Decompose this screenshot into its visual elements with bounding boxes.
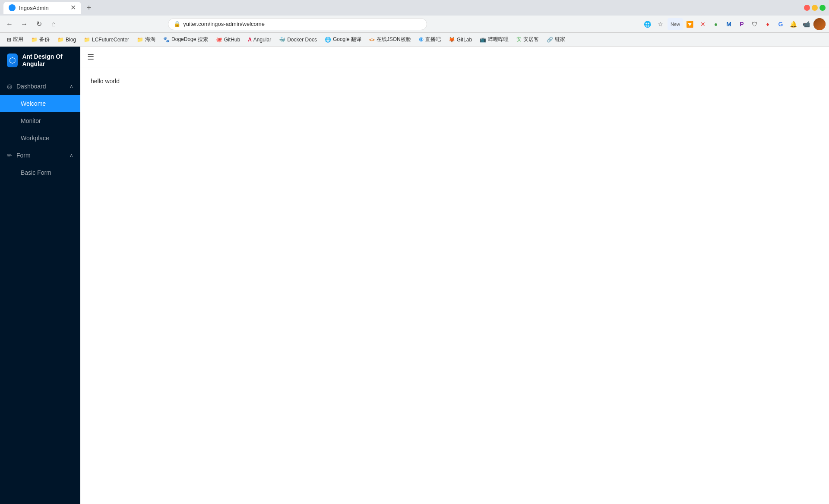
chevron-down-icon: ∧ xyxy=(70,152,73,158)
extension-shield-icon[interactable]: 🛡 xyxy=(749,18,761,30)
sidebar-logo: ⬡ xyxy=(7,54,18,67)
extension-new-icon[interactable]: New xyxy=(668,18,683,30)
sidebar-item-form[interactable]: ✏ Form ∧ xyxy=(0,147,80,164)
profile-image xyxy=(813,18,826,30)
extension-red-icon[interactable]: ♦ xyxy=(762,18,774,30)
github-icon: 🐙 xyxy=(216,37,222,43)
address-text: yuiter.com/ingos-admin/welcome xyxy=(183,21,421,27)
profile-avatar[interactable] xyxy=(813,18,826,30)
bookmark-gitlab[interactable]: 🦊 GitLab xyxy=(445,35,475,45)
gitlab-icon: 🦊 xyxy=(449,37,455,43)
logo-icon: ⬡ xyxy=(9,56,16,65)
app-name: Ant Design Of Angular xyxy=(22,53,73,68)
window-controls xyxy=(804,5,826,11)
lianjia-icon: 🔗 xyxy=(547,37,553,43)
bookmark-backup[interactable]: 📁 备份 xyxy=(28,35,53,45)
form-icon: ✏ xyxy=(7,152,12,159)
bookmark-haitao[interactable]: 📁 海淘 xyxy=(133,35,159,45)
sidebar-menu: ◎ Dashboard ∧ Welcome Monitor Workplace … xyxy=(0,74,80,504)
hamburger-icon[interactable]: ☰ xyxy=(87,52,94,62)
bookmark-google-translate[interactable]: 🌐 Google 翻译 xyxy=(321,35,365,45)
sidebar: ⬡ Ant Design Of Angular ◎ Dashboard ∧ We… xyxy=(0,47,80,504)
extension-bell-icon[interactable]: 🔔 xyxy=(788,18,800,30)
google-translate-icon: 🌐 xyxy=(325,37,331,43)
hello-text: hello world xyxy=(91,78,120,85)
tab-bar: IngosAdmin ✕ + xyxy=(0,0,829,16)
browser-chrome: IngosAdmin ✕ + ← → ↻ ⌂ 🔒 yuiter.com/ingo… xyxy=(0,0,829,504)
address-input[interactable]: 🔒 yuiter.com/ingos-admin/welcome xyxy=(168,18,427,30)
dogedoge-icon: 🐾 xyxy=(163,37,170,43)
extension-google-icon[interactable]: G xyxy=(775,18,787,30)
tab-favicon xyxy=(9,4,16,11)
bookmark-zhibo[interactable]: ⑧ 直播吧 xyxy=(415,35,444,45)
extension-x-icon[interactable]: ✕ xyxy=(697,18,709,30)
bookmark-github[interactable]: 🐙 GitHub xyxy=(212,35,244,45)
bookmark-json[interactable]: <> 在线JSON校验 xyxy=(366,35,414,45)
window-minimize-button[interactable] xyxy=(812,5,818,11)
docker-icon: 🐳 xyxy=(279,37,285,43)
tab-title: IngosAdmin xyxy=(19,5,67,11)
sidebar-item-dashboard[interactable]: ◎ Dashboard ∧ xyxy=(0,78,80,95)
bookmark-anjuke[interactable]: 安 安居客 xyxy=(513,35,542,45)
app-container: ⬡ Ant Design Of Angular ◎ Dashboard ∧ We… xyxy=(0,47,829,504)
dashboard-icon: ◎ xyxy=(7,83,12,90)
address-bar: ← → ↻ ⌂ 🔒 yuiter.com/ingos-admin/welcome… xyxy=(0,16,829,33)
bookmark-folder-icon-4: 📁 xyxy=(137,37,143,43)
sidebar-item-monitor[interactable]: Monitor xyxy=(0,112,80,129)
bookmark-folder-icon: 📁 xyxy=(31,37,38,43)
apps-icon: ⊞ xyxy=(7,37,11,43)
bookmark-docker[interactable]: 🐳 Docker Docs xyxy=(275,35,320,45)
bookmark-blog[interactable]: 📁 Blog xyxy=(54,35,79,45)
star-icon[interactable]: ☆ xyxy=(655,18,667,30)
bookmark-angular[interactable]: A Angular xyxy=(244,35,275,45)
browser-tab-active[interactable]: IngosAdmin ✕ xyxy=(3,2,81,14)
anjuke-icon: 安 xyxy=(516,36,522,43)
reload-button[interactable]: ↻ xyxy=(33,18,45,30)
chevron-up-icon: ∧ xyxy=(70,83,73,89)
angular-icon: A xyxy=(248,37,252,43)
home-button[interactable]: ⌂ xyxy=(47,18,60,30)
extension-m-icon[interactable]: M xyxy=(723,18,735,30)
sidebar-header: ⬡ Ant Design Of Angular xyxy=(0,47,80,74)
bookmark-lianjia[interactable]: 🔗 链家 xyxy=(543,35,569,45)
bookmark-lcfuture[interactable]: 📁 LCFutureCenter xyxy=(80,35,133,45)
filter-icon[interactable]: 🔽 xyxy=(684,18,696,30)
sidebar-item-basic-form[interactable]: Basic Form xyxy=(0,164,80,181)
main-header: ☰ xyxy=(80,47,829,67)
main-area: ☰ hello world xyxy=(80,47,829,504)
bookmark-folder-icon-3: 📁 xyxy=(84,37,90,43)
bookmark-dogedoge[interactable]: 🐾 DogeDoge 搜索 xyxy=(160,35,212,45)
window-maximize-button[interactable] xyxy=(820,5,826,11)
sidebar-item-welcome[interactable]: Welcome xyxy=(0,95,80,112)
lock-icon: 🔒 xyxy=(174,21,180,27)
tab-close-button[interactable]: ✕ xyxy=(70,4,76,11)
back-button[interactable]: ← xyxy=(3,18,16,30)
bookmark-folder-icon-2: 📁 xyxy=(57,37,64,43)
bookmark-apps[interactable]: ⊞ 应用 xyxy=(3,35,27,45)
extension-p-icon[interactable]: P xyxy=(736,18,748,30)
extension-green-icon[interactable]: ● xyxy=(710,18,722,30)
zhibo-icon: ⑧ xyxy=(419,37,424,43)
new-tab-button[interactable]: + xyxy=(83,2,95,14)
bookmark-bilibili[interactable]: 📺 哔哩哔哩 xyxy=(476,35,512,45)
bilibili-icon: 📺 xyxy=(480,37,486,43)
main-content: hello world xyxy=(80,67,829,504)
bookmarks-bar: ⊞ 应用 📁 备份 📁 Blog 📁 LCFutureCenter 📁 海淘 🐾… xyxy=(0,33,829,47)
translate-icon[interactable]: 🌐 xyxy=(642,18,654,30)
extension-video-icon[interactable]: 📹 xyxy=(801,18,813,30)
sidebar-item-workplace[interactable]: Workplace xyxy=(0,129,80,147)
toolbar-icons: 🌐 ☆ New 🔽 ✕ ● M P 🛡 ♦ G 🔔 📹 xyxy=(642,18,826,30)
forward-button[interactable]: → xyxy=(18,18,30,30)
json-icon: <> xyxy=(369,37,375,42)
window-close-button[interactable] xyxy=(804,5,810,11)
